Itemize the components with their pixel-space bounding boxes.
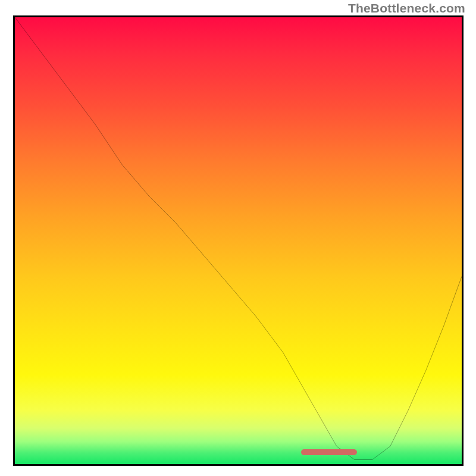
- watermark-text: TheBottleneck.com: [348, 1, 465, 15]
- plot-frame: [13, 15, 464, 466]
- chart-container: TheBottleneck.com: [0, 0, 476, 476]
- bottleneck-curve: [15, 17, 462, 464]
- optimal-range-marker: [301, 449, 356, 455]
- curve-path: [15, 17, 462, 459]
